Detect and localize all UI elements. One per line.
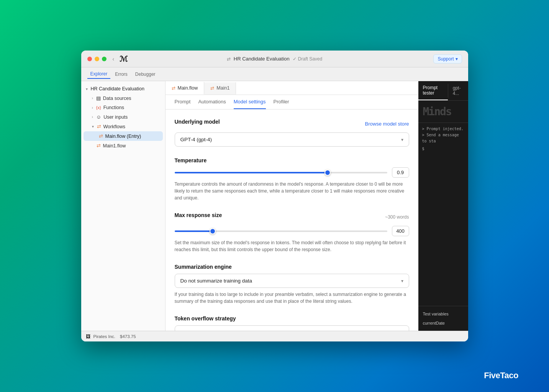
max-response-slider-thumb: [210, 228, 216, 234]
sidebar-item-user-inputs[interactable]: › ☺ User inputs: [81, 112, 165, 122]
chevron-down-icon: ▾: [401, 278, 403, 284]
temperature-section: Temperature 0.9 Temperature controls the…: [175, 157, 409, 201]
test-variables-item[interactable]: Test variables: [418, 309, 468, 318]
org-name: Pirates Inc.: [93, 334, 116, 339]
tab-explorer[interactable]: Explorer: [87, 70, 111, 79]
nav-arrows: ‹ ℳ: [113, 54, 128, 64]
temperature-slider-fill: [175, 172, 328, 173]
chevron-down-icon: ▾: [86, 87, 88, 91]
sidebar-item-workflows[interactable]: ▾ ⇄ Workflows: [81, 122, 165, 131]
user-inputs-icon: ☺: [96, 114, 101, 120]
tab-bar: ⇄ Main.flow ⇄ Main1: [166, 81, 418, 95]
workflows-icon: ⇄: [97, 124, 101, 129]
tab-debugger[interactable]: Debugger: [132, 70, 159, 78]
flow-tab-icon: ⇄: [172, 85, 175, 91]
check-icon: ✓: [293, 56, 297, 62]
summarization-label: Summarization engine: [175, 264, 409, 270]
underlying-model-label: Underlying model: [175, 119, 220, 125]
subtab-profiler[interactable]: Profiler: [274, 95, 289, 109]
max-response-label: Max response size: [175, 212, 222, 218]
sidebar-item-main-flow[interactable]: ⇄ Main.flow (Entry): [84, 131, 163, 141]
subtab-model-settings[interactable]: Model settings: [234, 95, 266, 109]
tab-main-flow[interactable]: ⇄ Main.flow: [166, 82, 205, 95]
draft-saved-status: ✓ Draft Saved: [293, 56, 322, 62]
temperature-slider-row: 0.9: [175, 167, 409, 178]
subtab-prompt[interactable]: Prompt: [175, 95, 191, 109]
fivetaco-brand: FiveTaco: [484, 371, 518, 381]
sidebar-item-data-sources[interactable]: › ▤ Data sources: [81, 93, 165, 103]
maximize-button[interactable]: [102, 57, 107, 61]
sidebar: ▾ HR Candidate Evaluation › ▤ Data sourc…: [81, 81, 166, 331]
summarization-description: If your training data is too large to in…: [175, 291, 409, 305]
chevron-right-icon: ›: [92, 96, 93, 100]
support-button[interactable]: Support ▾: [433, 54, 462, 64]
tab-errors[interactable]: Errors: [112, 70, 131, 78]
model-settings-content: Underlying model Browse model store GPT-…: [166, 109, 418, 331]
max-response-value[interactable]: 400: [392, 226, 409, 236]
top-nav-tabs: Explorer Errors Debugger: [81, 67, 468, 81]
chevron-down-icon: ▾: [401, 137, 403, 142]
max-response-slider-fill: [175, 230, 213, 232]
sub-tabs: Prompt Automations Model settings Profil…: [166, 95, 418, 109]
gpt4-tab[interactable]: gpt-4...: [448, 82, 468, 100]
window-title: HR Candidate Evaluation: [234, 56, 290, 62]
browse-model-store-link[interactable]: Browse model store: [365, 121, 409, 127]
temperature-slider-thumb: [324, 170, 331, 176]
temperature-label: Temperature: [175, 157, 409, 163]
flow-icon: ⇄: [97, 143, 101, 149]
right-panel-bottom: Test variables currentDate: [418, 306, 468, 331]
underlying-model-header: Underlying model Browse model store: [175, 119, 409, 129]
app-logo: ℳ: [120, 54, 127, 64]
minds-logo: Minds: [418, 101, 468, 123]
minimize-button[interactable]: [95, 57, 99, 61]
content-area: ⇄ Main.flow ⇄ Main1 Prompt Automations M…: [166, 81, 418, 331]
underlying-model-section: Underlying model Browse model store GPT-…: [175, 119, 409, 147]
token-overflow-section: Token overflow strategy Automatically pr…: [175, 315, 409, 331]
max-response-slider-row: 400: [175, 226, 409, 236]
max-response-header: Max response size ~300 words: [175, 212, 409, 222]
close-button[interactable]: [87, 57, 92, 61]
statusbar: 🖼 Pirates Inc. $473.75: [81, 331, 468, 341]
price: $473.75: [120, 334, 136, 339]
tab-main1[interactable]: ⇄ Main1: [204, 82, 236, 95]
summarization-dropdown[interactable]: Do not summarize training data ▾: [175, 274, 409, 288]
terminal-line-2: > Send a message to sta: [422, 132, 464, 144]
max-response-section: Max response size ~300 words 400 Set the…: [175, 212, 409, 253]
terminal-line-1: > Prompt injected.: [422, 126, 464, 132]
token-overflow-label: Token overflow strategy: [175, 315, 409, 322]
functions-icon: {x}: [96, 105, 101, 110]
current-date-item[interactable]: currentDate: [418, 318, 468, 328]
right-panel-header: Prompt tester gpt-4...: [418, 81, 468, 101]
subtab-automations[interactable]: Automations: [198, 95, 226, 109]
summarization-section: Summarization engine Do not summarize tr…: [175, 264, 409, 305]
flow-tab1-icon: ⇄: [210, 85, 214, 91]
titlebar-center: ⇄ HR Candidate Evaluation ✓ Draft Saved: [227, 56, 322, 62]
temperature-slider-track[interactable]: [175, 172, 387, 173]
sidebar-item-functions[interactable]: › {x} Functions: [81, 103, 165, 112]
model-dropdown[interactable]: GPT-4 (gpt-4) ▾: [175, 132, 409, 147]
titlebar: ‹ ℳ ⇄ HR Candidate Evaluation ✓ Draft Sa…: [81, 51, 468, 67]
max-response-slider-track[interactable]: [175, 230, 387, 232]
terminal-dollar: $: [422, 146, 464, 152]
flow-icon: ⇄: [99, 133, 103, 139]
titlebar-right: Support ▾: [433, 54, 462, 64]
traffic-lights: [87, 57, 107, 61]
terminal-output: > Prompt injected. > Send a message to s…: [418, 123, 468, 306]
chevron-down-icon: ▾: [92, 124, 94, 129]
prompt-tester-tab[interactable]: Prompt tester: [418, 81, 448, 100]
temperature-value[interactable]: 0.9: [392, 167, 409, 178]
chevron-down-icon: ▾: [456, 56, 458, 62]
max-response-description: Set the maximum size of the model's resp…: [175, 239, 409, 253]
token-overflow-dropdown[interactable]: Automatically prune messages ▾: [175, 325, 409, 331]
sidebar-item-main1-flow[interactable]: ⇄ Main1.flow: [81, 141, 165, 150]
right-panel: Prompt tester gpt-4... Minds > Prompt in…: [418, 81, 468, 331]
chevron-right-icon: ›: [92, 115, 93, 119]
main-layout: ▾ HR Candidate Evaluation › ▤ Data sourc…: [81, 81, 468, 331]
sidebar-project-name[interactable]: ▾ HR Candidate Evaluation: [81, 84, 165, 93]
chevron-right-icon: ›: [92, 106, 93, 110]
title-icon: ⇄: [227, 56, 231, 62]
words-hint: ~300 words: [385, 214, 409, 220]
back-arrow-icon[interactable]: ‹: [113, 56, 115, 62]
temperature-description: Temperature controls the amount of rando…: [175, 181, 409, 201]
status-icon: 🖼: [86, 334, 90, 339]
